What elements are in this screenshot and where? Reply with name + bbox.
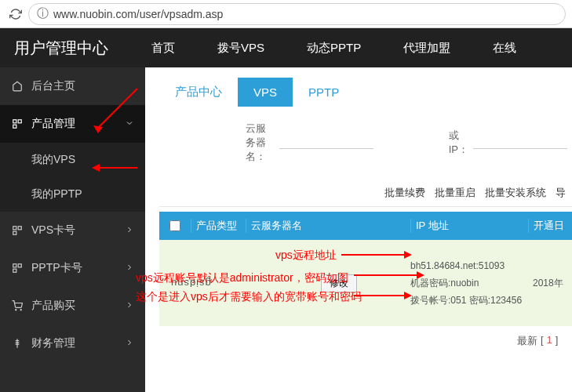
row-ip-address: bh51.84684.net:51093 — [410, 257, 528, 274]
sidebar-item-dashboard[interactable]: 后台主页 — [0, 67, 145, 105]
nav-online[interactable]: 在线 — [493, 41, 516, 56]
chevron-right-icon — [125, 224, 134, 237]
svg-rect-1 — [18, 120, 21, 123]
sidebar-item-buy[interactable]: 产品购买 — [0, 287, 145, 325]
nav-agent[interactable]: 代理加盟 — [403, 41, 450, 56]
svg-rect-3 — [13, 227, 16, 230]
batch-install[interactable]: 批量安装系统 — [485, 186, 546, 200]
th-name: 云服务器名 — [246, 219, 410, 233]
search-name-input[interactable] — [279, 136, 373, 149]
nav-home[interactable]: 首页 — [151, 41, 175, 56]
cart-icon — [11, 299, 24, 312]
pager-page-1[interactable]: 1 — [547, 334, 552, 348]
search-name-label: 云服务器名： — [246, 122, 275, 164]
svg-point-10 — [20, 310, 21, 310]
top-header: 用户管理中心 首页 拨号VPS 动态PPTP 代理加盟 在线 — [0, 28, 572, 67]
th-ip: IP 地址 — [410, 219, 528, 233]
grid-icon — [11, 118, 24, 130]
svg-rect-2 — [13, 125, 16, 128]
sidebar-sub-myvps[interactable]: 我的VPS — [0, 143, 145, 177]
nav-vps[interactable]: 拨号VPS — [217, 41, 264, 56]
sidebar-sub-mypptp[interactable]: 我的PPTP — [0, 177, 145, 212]
batch-restart[interactable]: 批量重启 — [435, 186, 475, 200]
sidebar-item-label: 我的PPTP — [31, 187, 82, 201]
edit-button[interactable]: 修改 — [321, 274, 357, 292]
row-machine-password: 机器密码:nuobin — [410, 274, 528, 292]
sidebar-item-label: 我的VPS — [31, 153, 75, 167]
table-row: gsidsnu 修改 bh51.84684.net:51093 机器密码:nuo… — [159, 240, 572, 326]
search-ip-label: 或IP： — [449, 129, 468, 157]
content-tabs: 产品中心 VPS PPTP — [159, 77, 572, 107]
sidebar-item-label: 后台主页 — [31, 79, 75, 93]
chevron-right-icon — [125, 337, 134, 350]
tab-vps[interactable]: VPS — [238, 78, 293, 107]
url-text: www.nuobin.com/user/vpsadm.asp — [53, 8, 223, 20]
svg-rect-4 — [18, 227, 21, 230]
svg-rect-8 — [13, 269, 16, 272]
svg-rect-0 — [13, 120, 16, 123]
money-icon — [11, 337, 24, 350]
sidebar-item-label: 产品购买 — [31, 299, 75, 313]
sidebar-item-label: VPS卡号 — [31, 223, 75, 238]
batch-renew[interactable]: 批量续费 — [384, 186, 425, 200]
row-open-date: 2018年 — [528, 257, 572, 309]
search-ip-input[interactable] — [473, 136, 567, 149]
grid-icon — [11, 262, 24, 274]
sidebar: 后台主页 产品管理 我的VPS 我的PPTP VPS卡号 — [0, 67, 145, 392]
pager-latest[interactable]: 最新 — [517, 334, 537, 348]
sidebar-item-label: 产品管理 — [31, 117, 75, 131]
sidebar-item-vpscard[interactable]: VPS卡号 — [0, 212, 145, 249]
select-all-checkbox[interactable] — [169, 220, 180, 231]
search-row: 云服务器名： 或IP： — [159, 122, 572, 164]
batch-actions: 批量续费 批量重启 批量安装系统 导 — [159, 186, 572, 207]
pager: 最新 [1] — [159, 326, 572, 348]
address-bar[interactable]: ⓘ www.nuobin.com/user/vpsadm.asp — [28, 3, 566, 25]
site-title: 用户管理中心 — [14, 38, 108, 59]
row-dial-account: 拨号帐号:051 密码:123456 — [410, 292, 528, 309]
sidebar-item-finance[interactable]: 财务管理 — [0, 325, 145, 362]
th-type: 产品类型 — [191, 219, 246, 233]
batch-export[interactable]: 导 — [556, 186, 566, 200]
grid-icon — [11, 224, 24, 237]
svg-rect-5 — [13, 231, 16, 234]
sidebar-item-label: PPTP卡号 — [31, 261, 82, 275]
tab-pptp[interactable]: PPTP — [293, 78, 355, 107]
chevron-right-icon — [125, 299, 134, 312]
content-area: 产品中心 VPS PPTP 云服务器名： 或IP： 批量续费 批量重启 批量安装… — [145, 67, 572, 392]
svg-rect-7 — [18, 264, 21, 267]
th-date: 开通日 — [528, 219, 572, 233]
sidebar-item-pptpcard[interactable]: PPTP卡号 — [0, 249, 145, 287]
info-icon: ⓘ — [37, 6, 49, 21]
chevron-down-icon — [125, 118, 134, 130]
svg-rect-6 — [13, 264, 16, 267]
chevron-right-icon — [125, 262, 134, 274]
sidebar-item-products[interactable]: 产品管理 — [0, 105, 145, 143]
table-header: 产品类型 云服务器名 IP 地址 开通日 — [159, 212, 572, 240]
nav-pptp[interactable]: 动态PPTP — [307, 41, 361, 56]
tab-product-center[interactable]: 产品中心 — [159, 77, 238, 107]
home-icon — [11, 80, 24, 93]
refresh-icon[interactable] — [6, 5, 25, 24]
row-server-name: gsidsnu — [170, 278, 211, 289]
sidebar-item-label: 财务管理 — [31, 336, 75, 350]
svg-point-9 — [16, 310, 16, 310]
